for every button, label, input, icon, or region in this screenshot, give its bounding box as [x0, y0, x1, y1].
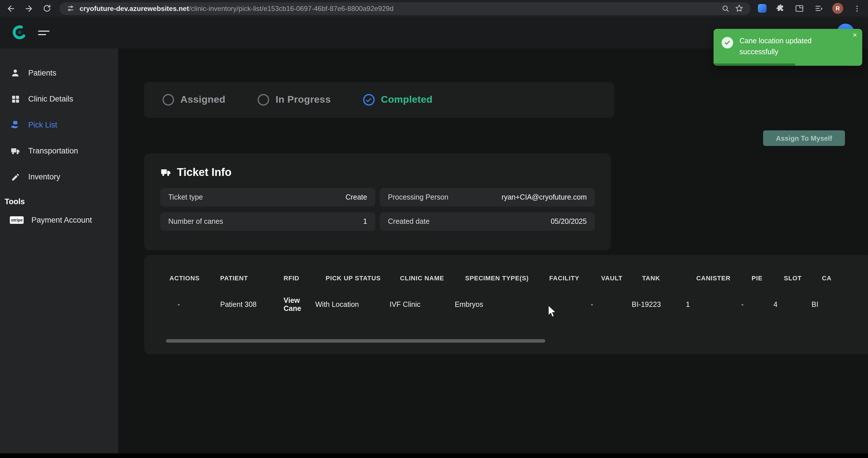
field-label: Ticket type	[168, 193, 203, 201]
field-value: Create	[345, 193, 367, 201]
radio-in-progress[interactable]: In Progress	[258, 94, 331, 106]
extension-icon-blue[interactable]	[758, 4, 767, 13]
browser-menu-icon[interactable]	[852, 3, 862, 13]
field-value: 1	[363, 218, 367, 226]
cell-pickup-status: With Location	[315, 300, 390, 309]
column-header: SLOT	[784, 275, 822, 282]
site-info-icon[interactable]	[66, 4, 74, 12]
bottom-strip	[0, 453, 868, 458]
ticket-info-title: Ticket Info	[177, 166, 231, 179]
sidebar-item-clinic-details[interactable]: Clinic Details	[0, 86, 118, 112]
radio-circle-icon	[258, 94, 269, 106]
cell-pie: -	[741, 300, 773, 309]
clinic-details-icon	[10, 93, 21, 105]
cell-cane: BI	[811, 300, 858, 309]
cell-specimen-types: Embryos	[455, 300, 539, 309]
horizontal-scrollbar[interactable]	[166, 339, 545, 343]
column-header: RFID	[284, 275, 326, 282]
column-header: PICK UP STATUS	[326, 275, 400, 282]
url-path: /clinic-inventory/pick-list/e153cb16-069…	[189, 4, 394, 12]
cell-canister: 1	[686, 300, 741, 309]
table-header-row: ACTIONS PATIENT RFID PICK UP STATUS CLIN…	[169, 275, 868, 282]
field-number-of-canes: Number of canes 1	[160, 212, 375, 231]
toolbar-right-cluster: R	[758, 3, 862, 14]
sidebar-item-label: Payment Account	[31, 216, 92, 224]
sidebar-item-inventory[interactable]: Inventory	[0, 164, 118, 190]
sidebar-item-label: Clinic Details	[28, 94, 73, 103]
column-header: ACTIONS	[169, 275, 220, 282]
toast-progress-bar	[714, 63, 795, 66]
radio-completed[interactable]: Completed	[363, 94, 433, 106]
column-header: PATIENT	[220, 275, 284, 282]
url-host: cryofuture-dev.azurewebsites.net	[80, 4, 189, 12]
ticket-fields: Ticket type Create Processing Person rya…	[160, 188, 595, 231]
radio-assigned[interactable]: Assigned	[162, 94, 225, 106]
toast-message: Cane location updated successfully	[740, 36, 847, 59]
ticket-info-title-row: Ticket Info	[160, 166, 595, 179]
assign-to-myself-button[interactable]: Assign To Myself	[763, 131, 845, 146]
ticket-info-panel: Ticket Info Ticket type Create Processin…	[144, 153, 611, 250]
sidebar-item-label: Inventory	[28, 172, 60, 181]
view-cane-link[interactable]: View Cane	[284, 296, 315, 313]
sidebar-item-label: Patients	[28, 69, 57, 77]
field-label: Created date	[388, 218, 430, 226]
url-bar[interactable]: cryofuture-dev.azurewebsites.net/clinic-…	[59, 2, 750, 15]
radio-label: In Progress	[276, 94, 331, 106]
bookmark-star-icon[interactable]	[735, 3, 744, 13]
cell-tank: BI-19223	[632, 300, 686, 309]
toast-close-icon[interactable]: ×	[853, 31, 857, 39]
cell-clinic-name: IVF Clinic	[390, 300, 455, 309]
url-text: cryofuture-dev.azurewebsites.net/clinic-…	[80, 4, 716, 12]
cell-vault: -	[591, 300, 632, 309]
sidebar-item-patients[interactable]: Patients	[0, 60, 118, 86]
table-row: - Patient 308 View Cane With Location IV…	[169, 288, 868, 321]
sidebar-item-pick-list[interactable]: Pick List	[0, 112, 118, 138]
sidebar: Patients Clinic Details Pick List Transp…	[0, 49, 118, 453]
stripe-icon: stripe	[10, 216, 24, 224]
browser-profile-avatar[interactable]: R	[832, 3, 843, 14]
inventory-icon	[10, 171, 21, 182]
cell-actions: -	[169, 300, 220, 309]
sidebar-item-payment-account[interactable]: stripe Payment Account	[0, 208, 118, 231]
toast-notification: Cane location updated successfully ×	[714, 29, 862, 66]
sidebar-item-label: Pick List	[28, 120, 57, 129]
field-processing-person: Processing Person ryan+CIA@cryofuture.co…	[380, 188, 595, 206]
radio-label: Assigned	[180, 94, 225, 106]
field-value: 05/20/2025	[551, 218, 587, 226]
browser-toolbar: cryofuture-dev.azurewebsites.net/clinic-…	[0, 0, 868, 17]
screen: cryofuture-dev.azurewebsites.net/clinic-…	[0, 0, 868, 458]
truck-icon	[160, 167, 172, 178]
cell-slot: 4	[773, 300, 811, 309]
field-value: ryan+CIA@cryofuture.com	[501, 193, 587, 201]
patients-icon	[10, 67, 21, 79]
column-header: VAULT	[601, 275, 642, 282]
sidebar-section-tools: Tools	[0, 190, 118, 208]
column-header: PIE	[751, 275, 784, 282]
mouse-cursor	[548, 305, 557, 320]
extensions-puzzle-icon[interactable]	[775, 3, 785, 13]
sidebar-item-label: Transportation	[28, 146, 78, 155]
field-ticket-type: Ticket type Create	[160, 188, 375, 206]
radio-check-icon	[363, 94, 375, 106]
column-header: FACILITY	[549, 275, 601, 282]
menu-toggle-icon[interactable]	[38, 31, 50, 37]
transportation-icon	[10, 145, 21, 156]
radio-circle-icon	[162, 94, 174, 106]
success-check-icon	[722, 37, 733, 49]
radio-label: Completed	[381, 94, 433, 106]
reload-icon[interactable]	[41, 3, 52, 13]
extension-icon-list[interactable]	[813, 3, 824, 13]
status-filter-bar: Assigned In Progress Completed	[144, 82, 614, 118]
app-logo[interactable]	[11, 24, 28, 40]
field-label: Processing Person	[388, 193, 448, 201]
sidebar-item-transportation[interactable]: Transportation	[0, 138, 118, 164]
extension-icon-box[interactable]	[794, 3, 805, 13]
zoom-icon[interactable]	[721, 3, 730, 13]
column-header: CLINIC NAME	[400, 275, 465, 282]
column-header: CANISTER	[696, 275, 751, 282]
cell-patient: Patient 308	[220, 300, 284, 309]
column-header: CA	[822, 275, 868, 282]
forward-icon[interactable]	[24, 3, 34, 13]
back-icon[interactable]	[6, 3, 16, 13]
column-header: SPECIMEN TYPE(S)	[465, 275, 549, 282]
